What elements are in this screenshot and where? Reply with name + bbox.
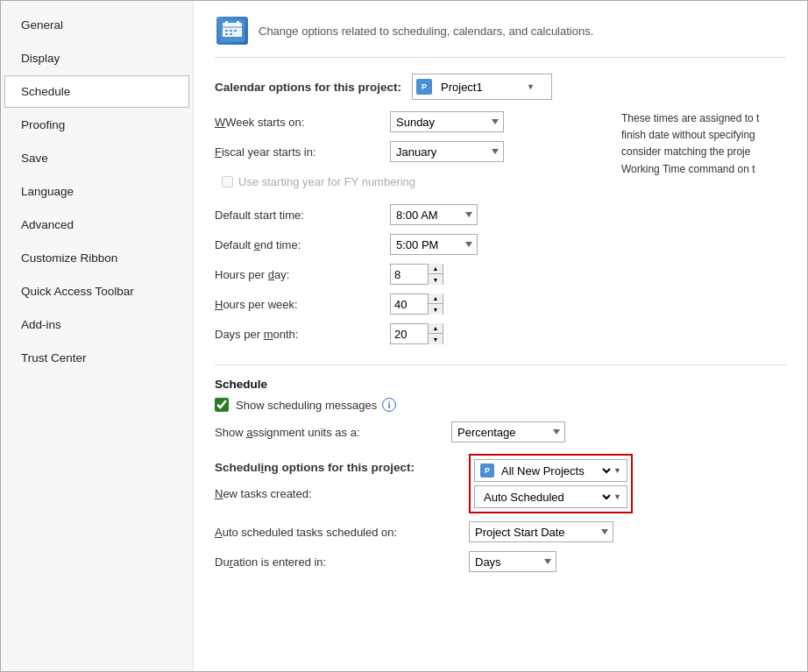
hours-per-day-input[interactable]: [391, 265, 428, 284]
days-per-month-row: Days per month: ▲ ▼: [215, 322, 611, 345]
main-content: Change options related to scheduling, ca…: [194, 1, 807, 671]
sidebar-item-display[interactable]: Display: [4, 42, 189, 74]
calendar-options-label: Calendar options for this project:: [215, 81, 401, 94]
calendar-form-area: WWeek starts on: Sunday Monday Saturday …: [215, 110, 786, 352]
hours-per-day-label: Hours per day:: [215, 268, 390, 281]
default-end-select[interactable]: 5:00 PM 6:00 PM: [390, 234, 478, 255]
show-assignment-select[interactable]: Percentage Decimal: [451, 421, 565, 442]
use-starting-year-label: Use starting year for FY numbering: [238, 175, 415, 188]
section-divider: [215, 364, 786, 365]
schedule-section: Schedule Show scheduling messages i Show…: [215, 378, 786, 573]
use-starting-year-row: Use starting year for FY numbering: [222, 170, 611, 193]
default-start-row: Default start time: 8:00 AM 9:00 AM: [215, 203, 611, 226]
project-dropdown-arrow: ▼: [527, 82, 535, 91]
project-icon: P: [416, 79, 432, 95]
scheduling-options-label2: Scheduling options for this project:: [215, 454, 469, 480]
sidebar-item-general[interactable]: General: [4, 9, 189, 41]
header-description: Change options related to scheduling, ca…: [259, 25, 593, 38]
sidebar-item-language[interactable]: Language: [4, 175, 189, 208]
calendar-form-left: WWeek starts on: Sunday Monday Saturday …: [215, 110, 611, 352]
new-tasks-sel2[interactable]: Auto ScheduledManually Scheduled: [480, 490, 613, 505]
hours-per-day-row: Hours per day: ▲ ▼: [215, 263, 611, 286]
days-per-month-spinner[interactable]: ▲ ▼: [390, 323, 443, 344]
calendar-form-right: These times are assigned to t finish dat…: [611, 110, 786, 352]
show-scheduling-label: Show scheduling messages: [236, 399, 377, 412]
week-starts-row: WWeek starts on: Sunday Monday Saturday: [215, 110, 611, 133]
show-assignment-row: Show assignment units as a: Percentage D…: [215, 421, 786, 443]
fiscal-year-row: Fiscal year starts in: January February …: [215, 140, 611, 163]
schedule-icon-area: [215, 15, 250, 46]
svg-rect-2: [225, 21, 228, 26]
auto-scheduled-row: Auto scheduled tasks scheduled on: Proje…: [215, 520, 786, 543]
schedule-section-title: Schedule: [215, 378, 786, 391]
svg-rect-8: [225, 33, 228, 35]
sidebar-item-customize-ribbon[interactable]: Customize Ribbon: [4, 242, 189, 274]
new-tasks-created-label2: New tasks created:: [215, 480, 469, 506]
hours-per-day-down[interactable]: ▼: [429, 274, 443, 285]
hours-per-day-spinner[interactable]: ▲ ▼: [390, 264, 443, 285]
show-scheduling-info-icon[interactable]: i: [382, 398, 396, 412]
main-header: Change options related to scheduling, ca…: [215, 15, 786, 58]
hours-per-week-down[interactable]: ▼: [429, 304, 443, 315]
auto-scheduled-label: Auto scheduled tasks scheduled on:: [215, 526, 469, 539]
days-per-month-spinner-btns: ▲ ▼: [428, 323, 443, 344]
new-highlighted-box: PAll New ProjectsProject1▼Auto Scheduled…: [469, 454, 633, 513]
svg-rect-7: [234, 30, 237, 32]
duration-row: Duration is entered in: Days Hours Weeks: [215, 550, 786, 573]
duration-label: Duration is entered in:: [215, 555, 469, 569]
sidebar: General Display Schedule Proofing Save L…: [1, 1, 194, 671]
week-starts-select[interactable]: Sunday Monday Saturday: [390, 111, 504, 132]
svg-rect-9: [230, 33, 232, 35]
calendar-section: Calendar options for this project: P Pro…: [215, 74, 786, 352]
default-end-row: Default end time: 5:00 PM 6:00 PM: [215, 233, 611, 256]
hours-per-week-spinner-btns: ▲ ▼: [428, 294, 443, 315]
sidebar-item-quick-access-toolbar[interactable]: Quick Access Toolbar: [4, 275, 189, 308]
side-note: These times are assigned to t finish dat…: [621, 112, 759, 175]
hours-per-week-input[interactable]: [391, 294, 428, 314]
days-per-month-down[interactable]: ▼: [429, 334, 443, 344]
hours-per-day-up[interactable]: ▲: [429, 264, 443, 274]
svg-rect-5: [225, 30, 228, 32]
schedule-icon: [216, 17, 248, 45]
show-assignment-label: Show assignment units as a:: [215, 426, 451, 439]
show-scheduling-row: Show scheduling messages i: [215, 398, 786, 412]
fiscal-year-select[interactable]: January February March: [390, 141, 504, 162]
duration-select[interactable]: Days Hours Weeks: [469, 551, 556, 572]
hours-per-week-spinner[interactable]: ▲ ▼: [390, 294, 443, 315]
svg-rect-6: [230, 30, 232, 32]
use-starting-year-checkbox[interactable]: [222, 176, 233, 187]
auto-scheduled-select[interactable]: Project Start Date Current Date: [469, 521, 613, 542]
all-new-projects-sel2[interactable]: All New ProjectsProject1: [498, 463, 613, 478]
days-per-month-input[interactable]: [391, 324, 428, 343]
svg-rect-3: [237, 21, 239, 26]
hours-per-week-up[interactable]: ▲: [429, 294, 443, 304]
days-per-month-up[interactable]: ▲: [429, 323, 443, 334]
hours-per-day-spinner-btns: ▲ ▼: [428, 264, 443, 285]
sidebar-item-proofing[interactable]: Proofing: [4, 109, 189, 141]
days-per-month-label: Days per month:: [215, 328, 390, 341]
hours-per-week-row: Hours per week: ▲ ▼: [215, 293, 611, 315]
app-window: General Display Schedule Proofing Save L…: [0, 0, 808, 672]
sidebar-item-add-ins[interactable]: Add-ins: [4, 308, 189, 341]
sidebar-item-advanced[interactable]: Advanced: [4, 209, 189, 241]
sidebar-item-trust-center[interactable]: Trust Center: [4, 342, 189, 374]
sidebar-item-save[interactable]: Save: [4, 142, 189, 174]
combined-scheduling-row: Scheduling options for this project:New …: [215, 454, 786, 513]
default-end-label: Default end time:: [215, 238, 390, 251]
project-select[interactable]: Project1: [436, 76, 523, 97]
week-starts-label: WWeek starts on:: [215, 116, 390, 129]
default-start-label: Default start time:: [215, 209, 390, 222]
project-select-box[interactable]: P Project1 ▼: [412, 74, 552, 100]
calendar-header-row: Calendar options for this project: P Pro…: [215, 74, 786, 100]
fiscal-year-label: Fiscal year starts in:: [215, 145, 390, 159]
hours-per-week-label: Hours per week:: [215, 298, 390, 311]
sidebar-item-schedule[interactable]: Schedule: [4, 75, 189, 108]
show-scheduling-checkbox[interactable]: [215, 398, 229, 412]
default-start-select[interactable]: 8:00 AM 9:00 AM: [390, 204, 478, 225]
